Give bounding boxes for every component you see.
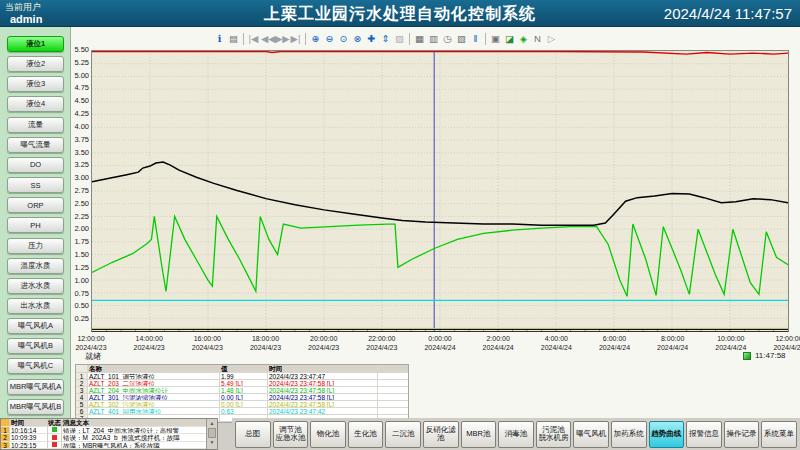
export-report-icon[interactable]: ▤	[227, 32, 240, 46]
grid-view-icon[interactable]: ▥	[427, 32, 440, 46]
sidebar-item-19[interactable]: MBR曝气风机B	[7, 399, 64, 415]
legend-tag-value: 0.00 [L]	[220, 401, 268, 407]
zoom-out-icon[interactable]: ⊖	[323, 32, 336, 46]
nav-button-8[interactable]: 消毒池	[498, 421, 534, 448]
export-curve-icon[interactable]: ◪	[503, 32, 516, 46]
zoom-reset-icon[interactable]: ⊗	[351, 32, 364, 46]
legend-row[interactable]: 6AZLT_401_回用水池液位0.632024/4/23 23:47:42	[76, 408, 408, 415]
next-record-icon[interactable]: ▶▶	[275, 32, 288, 46]
sidebar-item-7[interactable]: DO	[7, 157, 64, 173]
log-row[interactable]: 210:09:39错误：M_202A3_b_推流式搅拌机：故障	[1, 434, 217, 442]
online-trend-icon	[743, 352, 751, 360]
sidebar-item-1[interactable]: 液位1	[7, 36, 64, 52]
legend-tag-name: AZLT_302_污泥池液位	[88, 401, 220, 407]
log-row[interactable]: 310:25:15故障：MBR曝气风机A：系统故障	[1, 442, 217, 450]
legend-tag-name: AZLT_204_中间水池液位计	[88, 387, 220, 393]
sidebar-item-12[interactable]: 温度水质	[7, 258, 64, 274]
nav-button-14[interactable]: 操作记录	[724, 421, 760, 448]
legend-row[interactable]: 3AZLT_204_中间水池液位计1.48 [L]2024/4/23 23:47…	[76, 387, 408, 394]
sidebar-item-16[interactable]: 曝气风机B	[7, 338, 64, 354]
x-tick-date: 2024/4/23	[124, 344, 174, 353]
y-axis-tick-label: 4.50	[71, 97, 89, 105]
last-record-icon[interactable]: ▶|	[289, 32, 302, 46]
sidebar-item-2[interactable]: 液位2	[7, 56, 64, 72]
nav-button-13[interactable]: 报警信息	[686, 421, 722, 448]
zoom-in-icon[interactable]: ⊕	[309, 32, 322, 46]
sidebar-item-11[interactable]: 压力	[7, 238, 64, 254]
select-range-icon[interactable]: ▨	[393, 32, 406, 46]
scrollbar-thumb[interactable]	[208, 428, 216, 438]
x-tick-time: 22:00:00	[357, 335, 407, 344]
time-range-icon[interactable]: ◷	[441, 32, 454, 46]
nav-button-4[interactable]: 生化池	[348, 421, 384, 448]
nav-button-6[interactable]: 反硝化滤池	[423, 421, 459, 448]
value-table-icon[interactable]: ▦	[413, 32, 426, 46]
prev-record-icon[interactable]: ◀◀	[261, 32, 274, 46]
legend-tag-time: 2024/4/23 23:47:58 [L]	[268, 380, 378, 386]
scroll-up-icon[interactable]: ▲	[207, 419, 217, 428]
trend-plot[interactable]	[91, 50, 789, 332]
y-axis-tick-label: 3.75	[71, 136, 89, 144]
zoom-window-icon[interactable]: ⊙	[337, 32, 350, 46]
sidebar-item-4[interactable]: 液位4	[7, 96, 64, 112]
nav-button-5[interactable]: 二沉池	[385, 421, 421, 448]
nav-button-9[interactable]: 污泥池 脱水机房	[536, 421, 572, 448]
annotation-icon[interactable]: N	[531, 32, 544, 46]
nav-button-12[interactable]: 趋势曲线	[649, 421, 685, 448]
status-time-text: 11:47:58	[755, 351, 786, 360]
pan-icon[interactable]: ✚	[365, 32, 378, 46]
vertical-scale-icon[interactable]: ⇕	[379, 32, 392, 46]
scroll-down-icon[interactable]: ▼	[207, 438, 217, 447]
pause-icon[interactable]: ‖	[469, 32, 482, 46]
legend-row[interactable]: 5AZLT_302_污泥池液位0.00 [L]2024/4/23 23:47:5…	[76, 401, 408, 408]
nav-button-2[interactable]: 调节池 应急水池	[273, 421, 309, 448]
y-axis-tick-label: 0.75	[71, 290, 89, 298]
legend-row[interactable]: 1AZLT_101_调节池液位1.992024/4/23 23:47:47	[76, 373, 408, 380]
x-tick-time: 12:00:00	[66, 335, 116, 344]
y-axis-tick-label: 0.50	[71, 302, 89, 310]
print-icon[interactable]: ▣	[489, 32, 502, 46]
x-tick-time: 6:00:00	[590, 335, 640, 344]
legend-header-cell	[76, 365, 88, 372]
sidebar-item-3[interactable]: 液位3	[7, 76, 64, 92]
trend-legend-table[interactable]: 名称值时间1AZLT_101_调节池液位1.992024/4/23 23:47:…	[75, 364, 409, 423]
nav-button-7[interactable]: MBR池	[461, 421, 497, 448]
curve-select-icon[interactable]: ▧	[455, 32, 468, 46]
log-row-number: 3	[1, 442, 10, 450]
info-icon[interactable]: ℹ	[213, 32, 226, 46]
x-axis-tick-label: 12:00:002024/4/24	[764, 335, 800, 352]
log-row[interactable]: 110:16:14错误：LT_204_中间水池液位计：高报警	[1, 427, 217, 435]
alarm-log-scrollbar[interactable]: ▲ ▼	[206, 419, 217, 449]
log-status	[48, 434, 62, 442]
nav-button-3[interactable]: 物化池	[310, 421, 346, 448]
legend-tag-value: 1.99	[220, 373, 268, 379]
legend-empty-cell	[378, 380, 408, 386]
online-status-icon[interactable]: ◈	[517, 32, 530, 46]
sidebar-item-18[interactable]: MBR曝气风机A	[7, 379, 64, 395]
nav-button-10[interactable]: 曝气风机	[573, 421, 609, 448]
sidebar-item-10[interactable]: PH	[7, 217, 64, 233]
sidebar-item-17[interactable]: 曝气风机C	[7, 358, 64, 374]
x-axis-tick-label: 2:00:002024/4/24	[473, 335, 523, 352]
legend-header-cell: 时间	[268, 365, 378, 372]
datetime-display: 2024/4/24 11:47:57	[664, 0, 792, 27]
log-row-number: 1	[1, 427, 10, 435]
sidebar-item-6[interactable]: 曝气流量	[7, 137, 64, 153]
nav-button-1[interactable]: 总图	[235, 421, 271, 448]
nav-button-15[interactable]: 系统菜单	[761, 421, 797, 448]
legend-tag-time: 2024/4/23 23:47:58 [L]	[268, 394, 378, 400]
legend-row[interactable]: 2AZLT_203_二沉池液位5.49 [L]2024/4/23 23:47:5…	[76, 380, 408, 387]
first-record-icon[interactable]: |◀	[247, 32, 260, 46]
nav-button-11[interactable]: 加药系统	[611, 421, 647, 448]
alarm-log-panel: 时间状态消息文本110:16:14错误：LT_204_中间水池液位计：高报警21…	[0, 418, 218, 450]
sidebar-item-14[interactable]: 出水水质	[7, 298, 64, 314]
sidebar-item-15[interactable]: 曝气风机A	[7, 318, 64, 334]
sidebar-item-8[interactable]: SS	[7, 177, 64, 193]
sidebar-item-9[interactable]: ORP	[7, 197, 64, 213]
legend-row[interactable]: 4AZLT_301_污泥浓缩池液位0.00 [L]2024/4/23 23:47…	[76, 394, 408, 401]
sidebar-item-13[interactable]: 进水水质	[7, 278, 64, 294]
sidebar-item-5[interactable]: 流量	[7, 117, 64, 133]
pointer-icon[interactable]: ▷	[545, 32, 558, 46]
legend-empty-cell	[378, 401, 408, 407]
log-header-row: 时间状态消息文本	[1, 419, 217, 427]
